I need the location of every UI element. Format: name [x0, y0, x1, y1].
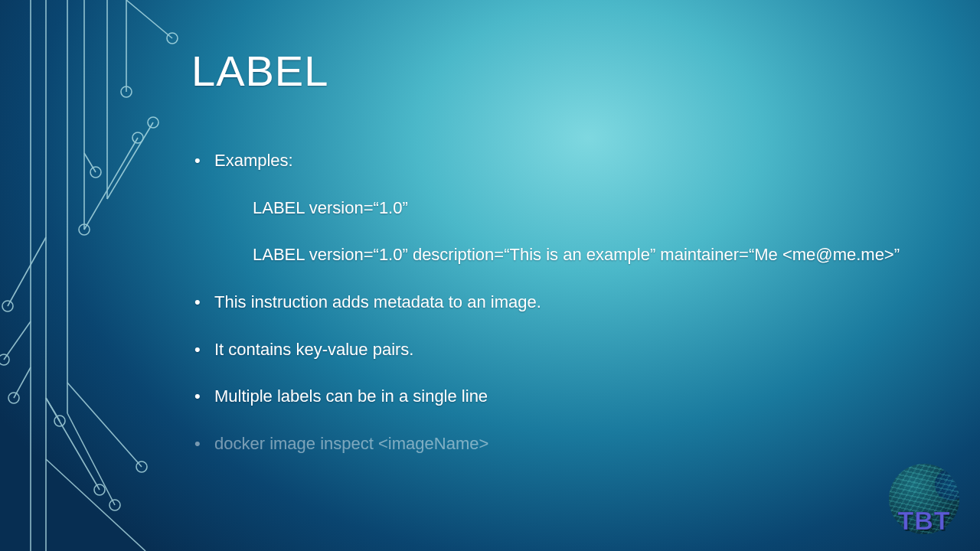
svg-point-16 [54, 416, 65, 426]
svg-point-19 [94, 484, 105, 495]
svg-point-7 [132, 132, 143, 143]
svg-point-12 [2, 301, 13, 311]
circuit-decoration [0, 0, 199, 551]
svg-line-11 [126, 0, 172, 38]
svg-line-23 [84, 153, 96, 172]
svg-point-13 [0, 354, 9, 365]
svg-point-14 [8, 393, 19, 403]
svg-point-18 [109, 500, 120, 510]
svg-line-21 [67, 383, 142, 467]
svg-point-22 [90, 167, 101, 178]
tbt-logo: TBT [882, 464, 966, 540]
slide-title: LABEL [191, 46, 926, 96]
examples-label: Examples: [214, 151, 293, 170]
bullet-list: Examples: LABEL version=“1.0” LABEL vers… [191, 149, 926, 455]
bullet-keyvalue: It contains key-value pairs. [191, 338, 926, 361]
svg-point-10 [167, 33, 178, 44]
slide-content: LABEL Examples: LABEL version=“1.0” LABE… [191, 46, 926, 480]
bullet-multiple: Multiple labels can be in a single line [191, 385, 926, 408]
logo-text: TBT [897, 506, 950, 536]
svg-line-17 [46, 398, 60, 421]
svg-point-20 [136, 461, 147, 472]
bullet-examples: Examples: LABEL version=“1.0” LABEL vers… [191, 149, 926, 266]
example-line-2: LABEL version=“1.0” description=“This is… [214, 243, 926, 266]
svg-point-8 [148, 117, 158, 128]
bullet-metadata: This instruction adds metadata to an ima… [191, 291, 926, 314]
svg-point-9 [79, 224, 90, 235]
example-line-1: LABEL version=“1.0” [214, 197, 926, 220]
bullet-inspect: docker image inspect <imageName> [191, 432, 926, 455]
svg-line-15 [14, 367, 31, 398]
svg-point-6 [121, 86, 132, 97]
